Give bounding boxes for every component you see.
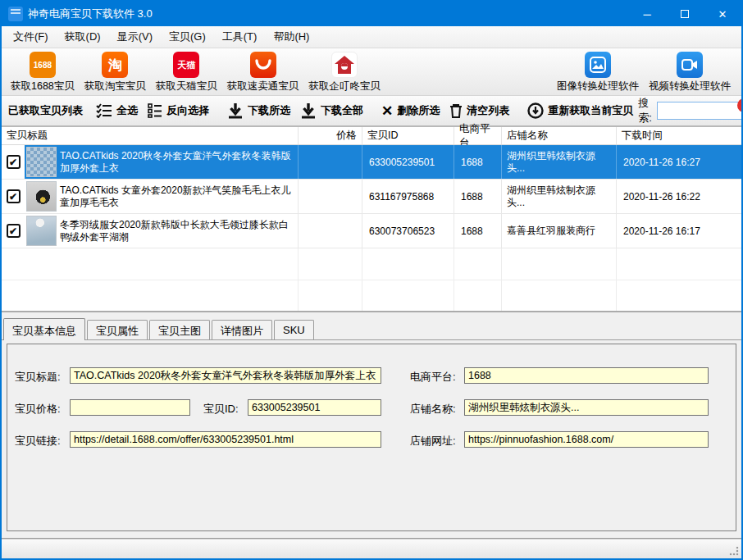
- search-label: 搜索:: [638, 96, 652, 125]
- tab-page-basic-info: 宝贝标题: 电商平台: 宝贝价格: 宝贝ID: 店铺名称: 宝贝链接: 店铺网址…: [2, 339, 741, 539]
- platform-label: 电商平台:: [410, 370, 456, 385]
- shop-field[interactable]: [464, 399, 709, 416]
- col-price[interactable]: 价格: [299, 127, 362, 144]
- search-input[interactable]: [657, 102, 743, 120]
- col-platform[interactable]: 电商平台: [454, 127, 502, 144]
- menu-help[interactable]: 帮助(H): [265, 26, 317, 48]
- table-header: 宝贝标题 价格 宝贝ID 电商平台 店铺名称 下载时间: [2, 127, 741, 145]
- product-time: 2020-11-26 16:17: [617, 214, 741, 248]
- select-all-icon: [96, 103, 112, 118]
- table-row[interactable]: ✔ TAO.CATkids 女童外套2020新款洋气笑脸毛毛上衣儿童加厚毛毛衣 …: [2, 180, 741, 214]
- product-price: [299, 180, 362, 213]
- tab-basic-info[interactable]: 宝贝基本信息: [3, 318, 85, 340]
- menu-tools[interactable]: 工具(T): [214, 26, 266, 48]
- tab-sku[interactable]: SKU: [274, 320, 314, 339]
- product-table: 宝贝标题 价格 宝贝ID 电商平台 店铺名称 下载时间 ✔ TAO.CATkid…: [2, 127, 741, 312]
- close-button[interactable]: ✕: [704, 2, 741, 26]
- tab-main-images[interactable]: 宝贝主图: [149, 320, 210, 339]
- action-bar: 已获取宝贝列表 全选 反向选择 下载所选: [2, 96, 741, 127]
- app-window: 神奇电商宝贝下载软件 3.0 ─ ✕ 文件(F) 获取(D) 显示(V) 宝贝(…: [0, 0, 743, 560]
- id-field[interactable]: [248, 399, 381, 416]
- price-field[interactable]: [70, 399, 190, 416]
- minimize-icon: ─: [643, 8, 650, 20]
- main-toolbar: 1688 获取1688宝贝 淘 获取淘宝宝贝 天猫 获取天猫宝贝 获取速卖通宝贝: [2, 48, 741, 96]
- product-price: [299, 145, 362, 179]
- video-convert-icon: [677, 52, 703, 78]
- get-taobao-button[interactable]: 淘 获取淘宝宝贝: [80, 50, 150, 95]
- get-1688-button[interactable]: 1688 获取1688宝贝: [7, 50, 79, 95]
- maximize-button[interactable]: [666, 2, 704, 26]
- checkbox-check-icon: ✔: [9, 225, 17, 237]
- product-price: [299, 214, 362, 248]
- refresh-current-button[interactable]: 重新获取当前宝贝: [522, 99, 638, 122]
- delete-selected-button[interactable]: ✕ 删除所选: [376, 99, 444, 123]
- window-controls: ─ ✕: [628, 2, 741, 26]
- col-shop[interactable]: 店铺名称: [502, 127, 617, 144]
- status-bar: [2, 539, 741, 558]
- clear-list-button[interactable]: 清空列表: [444, 100, 514, 121]
- house-bell-icon: [331, 52, 358, 78]
- download-all-button[interactable]: 下载全部: [295, 100, 368, 122]
- tab-detail-images[interactable]: 详情图片: [212, 320, 272, 339]
- title-field[interactable]: [70, 367, 381, 384]
- product-shop: 湖州织里韩炫制衣源头...: [502, 145, 617, 179]
- empty-row: [2, 248, 741, 280]
- link-field[interactable]: [70, 431, 381, 448]
- download-selected-button[interactable]: 下载所选: [222, 100, 295, 122]
- product-thumbnail: [26, 181, 57, 212]
- invert-select-button[interactable]: 反向选择: [143, 100, 214, 121]
- shop-label: 店铺名称:: [410, 402, 456, 417]
- get-qidingdong-button[interactable]: 获取企叮咚宝贝: [304, 50, 385, 95]
- resize-grip[interactable]: [729, 546, 739, 556]
- tab-attributes[interactable]: 宝贝属性: [87, 320, 148, 339]
- product-platform: 1688: [454, 180, 502, 213]
- col-time[interactable]: 下载时间: [617, 127, 741, 144]
- detail-zone: 宝贝基本信息 宝贝属性 宝贝主图 详情图片 SKU 宝贝标题: 电商平台: 宝贝…: [2, 312, 741, 539]
- minimize-button[interactable]: ─: [628, 2, 666, 26]
- row-checkbox[interactable]: ✔: [2, 214, 25, 248]
- select-all-button[interactable]: 全选: [91, 100, 143, 121]
- product-platform: 1688: [454, 145, 502, 179]
- product-id: 633005239501: [362, 145, 454, 179]
- row-checkbox[interactable]: ✔: [2, 180, 25, 213]
- aliexpress-smile-icon: [250, 52, 276, 78]
- download-all-icon: [300, 103, 317, 119]
- table-row[interactable]: ✔ TAO.CATkids 2020秋冬外套女童洋气外套秋冬装韩版加厚外套上衣 …: [2, 145, 741, 180]
- image-convert-icon: [585, 52, 611, 78]
- id-label: 宝贝ID:: [203, 402, 239, 417]
- trash-icon: [449, 103, 463, 118]
- checkbox-check-icon: ✔: [9, 157, 17, 168]
- col-id[interactable]: 宝贝ID: [362, 127, 454, 144]
- link-label: 宝贝链接:: [15, 434, 61, 448]
- shopurl-field[interactable]: [464, 431, 709, 448]
- product-title: TAO.CATkids 2020秋冬外套女童洋气外套秋冬装韩版加厚外套上衣: [60, 150, 294, 175]
- get-aliexpress-button[interactable]: 获取速卖通宝贝: [223, 50, 303, 95]
- search-area: 搜索: ✕: [638, 96, 743, 125]
- menu-item[interactable]: 宝贝(G): [161, 26, 214, 48]
- title-label: 宝贝标题:: [15, 370, 61, 385]
- product-shop: 嘉善县红羽服装商行: [502, 214, 617, 248]
- app-icon: [8, 7, 23, 21]
- refresh-icon: [527, 102, 544, 119]
- table-row[interactable]: ✔ 冬季羽绒服女2020新款韩版中长款大毛领过膝长款白鸭绒外套平湖潮 63007…: [2, 214, 741, 248]
- image-convert-button[interactable]: 图像转换处理软件: [553, 50, 643, 95]
- tab-strip: 宝贝基本信息 宝贝属性 宝贝主图 详情图片 SKU: [2, 312, 741, 339]
- get-tmall-button[interactable]: 天猫 获取天猫宝贝: [152, 50, 221, 95]
- 1688-icon: 1688: [30, 52, 56, 78]
- delete-icon: ✕: [381, 102, 393, 120]
- menu-file[interactable]: 文件(F): [5, 26, 57, 48]
- product-title: TAO.CATkids 女童外套2020新款洋气笑脸毛毛上衣儿童加厚毛毛衣: [60, 184, 294, 209]
- product-id: 630073706523: [362, 214, 454, 248]
- video-convert-button[interactable]: 视频转换处理软件: [645, 50, 735, 95]
- shopurl-label: 店铺网址:: [410, 434, 456, 448]
- menu-bar: 文件(F) 获取(D) 显示(V) 宝贝(G) 工具(T) 帮助(H): [2, 26, 741, 48]
- menu-get[interactable]: 获取(D): [57, 26, 109, 48]
- tmall-icon: 天猫: [173, 52, 199, 78]
- menu-view[interactable]: 显示(V): [109, 26, 161, 48]
- product-time: 2020-11-26 16:22: [617, 180, 741, 213]
- col-title[interactable]: 宝贝标题: [2, 127, 299, 144]
- product-platform: 1688: [454, 214, 502, 248]
- platform-field[interactable]: [464, 367, 709, 384]
- close-icon: ✕: [718, 8, 727, 20]
- row-checkbox[interactable]: ✔: [2, 145, 25, 179]
